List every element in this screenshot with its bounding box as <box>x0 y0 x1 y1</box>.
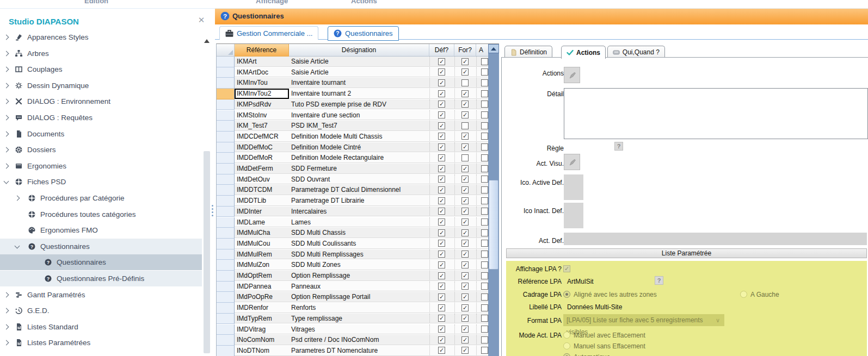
cell-def-checkbox[interactable]: ✓ <box>438 261 445 268</box>
cell-a[interactable] <box>476 271 488 281</box>
table-row-IMDLame[interactable]: IMDLameLames✓✓ <box>217 217 488 228</box>
cell-reference[interactable]: IMdDetFerm <box>235 164 289 174</box>
table-row-IMdMulZon[interactable]: IMdMulZonSDD Multi Zones✓✓ <box>217 260 488 271</box>
act-visu-button[interactable] <box>564 154 580 170</box>
cell-def[interactable]: ✓ <box>429 153 454 163</box>
row-selector[interactable] <box>217 271 235 282</box>
cell-a-checkbox[interactable] <box>481 272 488 279</box>
menu-affichage[interactable]: Affichage <box>256 0 288 5</box>
cell-for-checkbox[interactable]: ✓ <box>461 336 469 343</box>
cell-for[interactable]: ✓ <box>454 164 476 174</box>
cell-a[interactable] <box>476 324 488 335</box>
cell-designation[interactable]: Parametres DT Nomenclature <box>289 346 429 356</box>
cell-designation[interactable]: Inventaire tournant <box>289 78 429 88</box>
cell-a-checkbox[interactable] <box>481 176 488 183</box>
detail-textarea[interactable] <box>564 88 868 139</box>
cell-a[interactable] <box>476 110 488 121</box>
cell-designation[interactable]: Definition Modele Cintré <box>289 142 429 153</box>
cell-reference[interactable]: IMDDTCDM <box>235 185 289 195</box>
cell-for-checkbox[interactable]: ✓ <box>461 251 469 258</box>
cell-for-checkbox[interactable]: ✓ <box>461 304 469 311</box>
cell-for-checkbox[interactable]: ✓ <box>461 101 469 108</box>
cell-for-checkbox[interactable]: ✓ <box>461 143 469 151</box>
table-row-IMdMulCha[interactable]: IMdMulChaSDD Multi Chassis✓✓ <box>217 228 488 239</box>
chevron-right-icon[interactable] <box>4 51 9 56</box>
row-selector[interactable] <box>217 142 235 153</box>
cell-a-checkbox[interactable] <box>481 347 488 354</box>
cell-a-checkbox[interactable] <box>481 293 488 301</box>
sidebar-item-procedures-toutes-categories[interactable]: Procédures toutes catégories <box>0 207 202 222</box>
cell-a[interactable] <box>476 153 488 163</box>
cell-a[interactable] <box>476 228 488 238</box>
cell-for[interactable]: ✓ <box>454 99 476 110</box>
cell-def-checkbox[interactable]: ✓ <box>438 68 445 76</box>
table-row-IMdTypRem[interactable]: IMdTypRemType remplissage✓✓ <box>217 314 488 324</box>
table-row-INoDTNom[interactable]: INoDTNomParametres DT Nomenclature✓✓ <box>217 346 488 356</box>
cell-reference[interactable]: IKMArt <box>235 57 289 67</box>
sidebar-item-dialog-requetes[interactable]: DIALOG : Requêtes <box>0 110 202 126</box>
cell-reference[interactable]: IMDPannea <box>235 282 289 292</box>
cell-a-checkbox[interactable] <box>481 58 488 65</box>
table-row-IMdDetFerm[interactable]: IMdDetFermSDD Fermeture✓✓ <box>217 164 488 174</box>
cell-a-checkbox[interactable] <box>481 218 488 226</box>
column-header-for[interactable]: For? <box>454 44 476 57</box>
cell-def[interactable]: ✓ <box>429 142 454 153</box>
table-row-IKMInvTou[interactable]: IKMInvTouInventaire tournant✓ <box>217 78 488 89</box>
cell-designation[interactable]: Psd critere / Doc INoComNom <box>289 335 429 345</box>
cell-def-checkbox[interactable]: ✓ <box>438 79 445 86</box>
cell-designation[interactable]: Panneaux <box>289 282 429 292</box>
scroll-up-button[interactable] <box>488 44 499 53</box>
cell-a-checkbox[interactable] <box>481 251 488 258</box>
cell-def[interactable]: ✓ <box>429 132 454 142</box>
table-row-IKM_Test7[interactable]: IKM_Test7PSD IKM_Test7✓ <box>217 121 488 132</box>
row-selector[interactable] <box>217 346 235 356</box>
ico-active-box[interactable] <box>564 174 583 200</box>
cell-reference[interactable]: IMDLame <box>235 217 289 228</box>
cell-reference[interactable]: IKMArtDoc <box>235 67 289 78</box>
cell-for-checkbox[interactable]: ✓ <box>461 176 469 183</box>
row-selector[interactable] <box>217 174 235 185</box>
cell-def-checkbox[interactable]: ✓ <box>438 176 445 183</box>
cell-def-checkbox[interactable]: ✓ <box>438 208 445 215</box>
cell-for[interactable]: ✓ <box>454 142 476 153</box>
sidebar-item-fiches-psd[interactable]: Fiches PSD <box>0 174 202 190</box>
cell-for[interactable]: ✓ <box>454 292 476 302</box>
cell-def-checkbox[interactable]: ✓ <box>438 336 445 343</box>
cell-for[interactable]: ✓ <box>454 228 476 238</box>
cell-def[interactable]: ✓ <box>429 314 454 324</box>
panel-tab-actions[interactable]: Actions <box>561 46 606 59</box>
menu-actions[interactable]: Actions <box>351 0 377 5</box>
cell-a-checkbox[interactable] <box>481 315 488 322</box>
cell-def-checkbox[interactable]: ✓ <box>438 101 445 108</box>
cell-designation[interactable]: Option Remplissage <box>289 271 429 281</box>
table-row-IKMStoInv[interactable]: IKMStoInvInventaire d'une section✓✓ <box>217 110 488 121</box>
row-selector[interactable] <box>217 121 235 132</box>
close-icon[interactable]: ✕ <box>196 15 206 25</box>
cell-designation[interactable]: Inventaire d'une section <box>289 110 429 121</box>
cell-reference[interactable]: IMdTypRem <box>235 314 289 324</box>
table-row-IMdPoOpRe[interactable]: IMdPoOpReOption Remplissage Portail✓✓ <box>217 292 488 303</box>
table-scrollbar[interactable] <box>488 44 499 356</box>
cell-a[interactable] <box>476 260 488 270</box>
cell-a[interactable] <box>476 282 488 292</box>
cell-a-checkbox[interactable] <box>481 101 488 108</box>
cell-for[interactable]: ✓ <box>454 207 476 217</box>
cell-for-checkbox[interactable]: ✓ <box>461 272 469 279</box>
table-row-IMDCDefMCR[interactable]: IMDCDefMCRDefinition Modele Multi Chassi… <box>217 132 488 142</box>
cell-for-checkbox[interactable]: ✓ <box>461 90 469 97</box>
chevron-right-icon[interactable] <box>4 83 9 88</box>
sidebar-item-documents[interactable]: Documents <box>0 126 202 142</box>
cell-a[interactable] <box>476 196 488 206</box>
cell-reference[interactable]: IKMStoInv <box>235 110 289 121</box>
cell-for[interactable]: ✓ <box>454 185 476 195</box>
cell-reference[interactable]: IKMPsdRdv <box>235 99 289 110</box>
cell-reference[interactable]: INoComNom <box>235 335 289 345</box>
chevron-right-icon[interactable] <box>15 196 20 201</box>
table-row-IMDDTCDM[interactable]: IMDDTCDMParametrage DT Calcul Dimensionn… <box>217 185 488 196</box>
row-selector[interactable] <box>217 67 235 78</box>
cell-reference[interactable]: IMdDetOuv <box>235 174 289 185</box>
sidebar-item-ergonomies-fmo[interactable]: Ergonomies FMO <box>0 222 202 238</box>
cell-for-checkbox[interactable]: ✓ <box>461 58 469 65</box>
table-row-IMDDefMoC[interactable]: IMDDefMoCDefinition Modele Cintré✓✓ <box>217 142 488 153</box>
cell-def[interactable]: ✓ <box>429 324 454 335</box>
